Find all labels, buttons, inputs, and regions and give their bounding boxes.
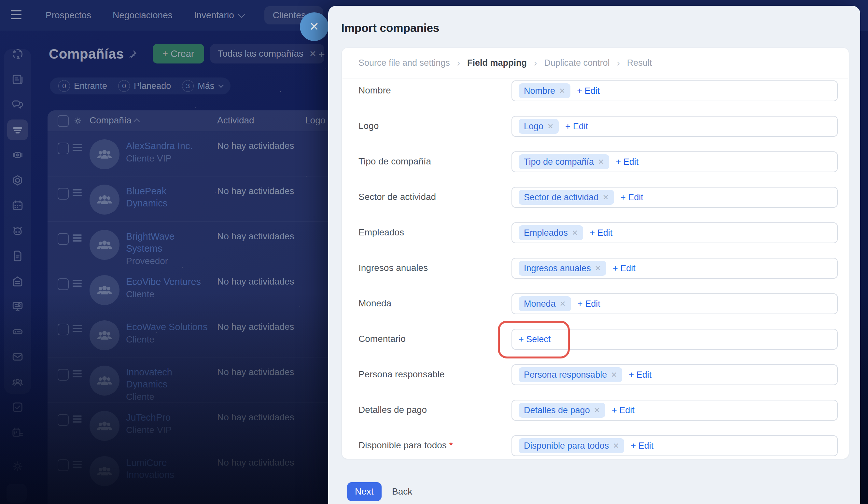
chip-remove-icon[interactable]: ✕ (559, 86, 565, 95)
field-label-disponible-para-todos: Disponible para todos* (359, 440, 498, 451)
field-mapping-box[interactable]: Ingresos anuales✕+ Edit (512, 258, 838, 279)
field-label-text: Tipo de compañía (359, 156, 431, 166)
chip-remove-icon[interactable]: ✕ (595, 264, 601, 273)
edit-link[interactable]: + Edit (590, 228, 612, 238)
field-label-text: Detalles de pago (359, 405, 427, 415)
field-mapping-card: Source file and settings›Field mapping›D… (342, 48, 849, 459)
edit-link[interactable]: + Edit (629, 370, 651, 380)
field-label-tipo-de-compañía: Tipo de compañía (359, 156, 498, 167)
field-label-sector-de-actividad: Sector de actividad (359, 192, 498, 202)
mapped-column-chip[interactable]: Persona responsable✕ (519, 367, 622, 382)
field-label-text: Moneda (359, 298, 391, 308)
chip-label: Detalles de pago (524, 405, 590, 415)
edit-link[interactable]: + Edit (616, 157, 639, 167)
mapped-column-chip[interactable]: Detalles de pago✕ (519, 403, 605, 418)
edit-link[interactable]: + Edit (612, 405, 634, 415)
field-mapping-box[interactable]: Disponible para todos✕+ Edit (512, 435, 838, 456)
field-label-text: Nombre (359, 85, 391, 95)
field-mapping-box[interactable]: Empleados✕+ Edit (512, 222, 838, 243)
edit-link[interactable]: + Edit (577, 86, 600, 96)
wizard-breadcrumb: Source file and settings›Field mapping›D… (359, 48, 652, 78)
mapped-column-chip[interactable]: Logo✕ (519, 119, 559, 134)
breadcrumb-separator: › (617, 58, 620, 68)
chip-label: Sector de actividad (524, 193, 599, 203)
card-divider (342, 78, 848, 79)
chip-remove-icon[interactable]: ✕ (603, 193, 609, 202)
back-button[interactable]: Back (384, 482, 420, 501)
chip-remove-icon[interactable]: ✕ (594, 406, 600, 415)
edit-link[interactable]: + Edit (621, 193, 643, 203)
field-label-comentario: Comentario (359, 334, 498, 344)
chip-remove-icon[interactable]: ✕ (613, 442, 619, 450)
field-label-ingresos-anuales: Ingresos anuales (359, 263, 498, 273)
mapped-column-chip[interactable]: Moneda✕ (519, 296, 571, 311)
mapped-column-chip[interactable]: Sector de actividad✕ (519, 190, 614, 205)
field-label-text: Logo (359, 121, 379, 131)
field-label-moneda: Moneda (359, 298, 498, 309)
field-mapping-box[interactable]: Moneda✕+ Edit (512, 294, 838, 314)
next-button[interactable]: Next (347, 482, 382, 501)
edit-link[interactable]: + Edit (613, 264, 636, 274)
chip-remove-icon[interactable]: ✕ (611, 371, 617, 379)
mapped-column-chip[interactable]: Empleados✕ (519, 225, 583, 240)
mapped-column-chip[interactable]: Ingresos anuales✕ (519, 261, 606, 276)
chip-label: Ingresos anuales (524, 264, 591, 274)
field-label-logo: Logo (359, 121, 498, 131)
wizard-step-result[interactable]: Result (627, 58, 652, 68)
chip-label: Moneda (524, 299, 556, 309)
field-label-detalles-de-pago: Detalles de pago (359, 405, 498, 415)
field-mapping-box[interactable]: Logo✕+ Edit (512, 116, 838, 137)
edit-link[interactable]: + Edit (565, 122, 588, 132)
chip-label: Empleados (524, 228, 568, 238)
chip-label: Disponible para todos (524, 441, 609, 451)
mapped-column-chip[interactable]: Disponible para todos✕ (519, 438, 624, 453)
chip-label: Nombre (524, 86, 555, 96)
field-mapping-box[interactable]: Nombre✕+ Edit (512, 80, 838, 101)
modal-close-button[interactable]: ✕ (300, 12, 329, 41)
field-label-text: Comentario (359, 334, 406, 344)
chip-remove-icon[interactable]: ✕ (547, 122, 554, 131)
mapped-column-chip[interactable]: Tipo de compañía✕ (519, 154, 609, 169)
field-label-nombre: Nombre (359, 85, 498, 96)
field-mapping-box[interactable]: Detalles de pago✕+ Edit (512, 400, 838, 421)
field-label-text: Sector de actividad (359, 192, 436, 202)
wizard-step-duplicate-control[interactable]: Duplicate control (544, 58, 609, 68)
mapped-column-chip[interactable]: Nombre✕ (519, 83, 570, 98)
field-label-text: Ingresos anuales (359, 263, 428, 273)
annotation-highlight-ring (498, 321, 570, 359)
field-mapping-box[interactable]: Sector de actividad✕+ Edit (512, 187, 838, 208)
field-label-text: Disponible para todos (359, 440, 447, 450)
import-companies-modal: Import companies Source file and setting… (328, 6, 860, 504)
field-label-text: Persona responsable (359, 369, 445, 379)
field-mapping-box[interactable]: Tipo de compañía✕+ Edit (512, 151, 838, 172)
chip-label: Persona responsable (524, 370, 607, 380)
field-mapping-box[interactable]: Persona responsable✕+ Edit (512, 364, 838, 385)
chip-label: Logo (524, 122, 544, 132)
screen: ProspectosNegociacionesInventarioCliente… (0, 0, 868, 504)
chip-remove-icon[interactable]: ✕ (572, 228, 578, 237)
wizard-step-source-file-and-settings[interactable]: Source file and settings (359, 58, 450, 68)
breadcrumb-separator: › (534, 58, 537, 68)
field-label-persona-responsable: Persona responsable (359, 369, 498, 380)
chip-label: Tipo de compañía (524, 157, 594, 167)
field-label-empleados: Empleados (359, 227, 498, 238)
chip-remove-icon[interactable]: ✕ (560, 299, 566, 308)
breadcrumb-separator: › (457, 58, 460, 68)
wizard-step-field-mapping[interactable]: Field mapping (467, 58, 527, 68)
edit-link[interactable]: + Edit (631, 441, 653, 451)
required-asterisk: * (449, 440, 453, 450)
field-label-text: Empleados (359, 227, 404, 237)
edit-link[interactable]: + Edit (578, 299, 600, 309)
modal-title: Import companies (341, 21, 439, 34)
close-icon: ✕ (309, 20, 319, 33)
chip-remove-icon[interactable]: ✕ (598, 157, 604, 166)
